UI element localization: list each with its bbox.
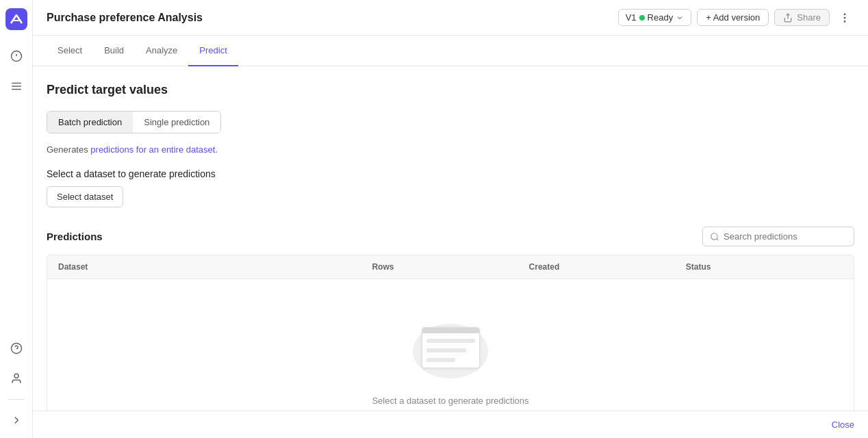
sidebar-icon-user[interactable] (7, 369, 26, 388)
add-version-button[interactable]: + Add version (697, 9, 769, 26)
tab-predict[interactable]: Predict (188, 36, 238, 66)
batch-prediction-tab[interactable]: Batch prediction (47, 112, 133, 133)
bottom-bar: Close (33, 411, 868, 438)
more-icon (839, 12, 851, 24)
svg-rect-0 (5, 8, 27, 30)
predictions-header: Predictions (47, 227, 854, 246)
empty-state: Select a dataset to generate predictions (47, 279, 854, 411)
col-header-created: Created (529, 262, 686, 272)
predictions-table: Dataset Rows Created Status Sel (47, 255, 854, 411)
col-header-rows: Rows (372, 262, 528, 272)
svg-point-9 (14, 374, 18, 378)
prediction-mode-tabs: Batch prediction Single prediction (47, 111, 221, 133)
empty-illustration (409, 320, 492, 382)
svg-point-12 (844, 17, 845, 18)
chevron-down-icon (676, 14, 684, 22)
search-icon (710, 232, 719, 242)
sidebar-icon-help[interactable] (7, 339, 26, 358)
page-content: Predict target values Batch prediction S… (33, 66, 868, 411)
svg-point-13 (844, 21, 845, 22)
svg-line-15 (717, 238, 719, 240)
version-label: V1 (626, 12, 637, 23)
sidebar-icon-menu[interactable] (7, 77, 26, 96)
tab-select[interactable]: Select (47, 36, 93, 66)
status-label: Ready (648, 12, 674, 23)
empty-text: Select a dataset to generate predictions (372, 396, 528, 406)
page-title: Predict target values (47, 83, 854, 97)
select-dataset-label: Select a dataset to generate predictions (47, 168, 854, 179)
col-header-dataset: Dataset (58, 262, 372, 272)
close-button[interactable]: Close (832, 420, 854, 430)
table-header: Dataset Rows Created Status (47, 255, 854, 279)
sidebar-divider (8, 399, 25, 400)
svg-point-11 (844, 14, 845, 15)
col-header-status: Status (686, 262, 843, 272)
tab-analyze[interactable]: Analyze (135, 36, 188, 66)
select-dataset-button[interactable]: Select dataset (47, 186, 123, 207)
main-tabs: Select Build Analyze Predict (33, 36, 868, 66)
sidebar-icon-expand[interactable] (7, 411, 26, 430)
description-link[interactable]: predictions for an entire dataset (90, 144, 215, 155)
sidebar-icon-activity[interactable] (7, 47, 26, 66)
predictions-title: Predictions (47, 231, 702, 242)
single-prediction-tab[interactable]: Single prediction (133, 112, 220, 133)
main-content: Purchase preference Analysis V1 Ready + … (33, 0, 868, 438)
more-options-button[interactable] (835, 8, 854, 27)
share-icon (783, 13, 793, 23)
search-box (702, 227, 854, 246)
version-badge[interactable]: V1 Ready (618, 9, 691, 26)
ready-dot (639, 15, 645, 21)
header-actions: V1 Ready + Add version Share (618, 8, 854, 27)
tab-build[interactable]: Build (93, 36, 135, 66)
app-logo[interactable] (5, 8, 27, 30)
header: Purchase preference Analysis V1 Ready + … (33, 0, 868, 36)
prediction-description: Generates predictions for an entire data… (47, 144, 854, 155)
share-button[interactable]: Share (774, 9, 830, 26)
header-title: Purchase preference Analysis (47, 12, 618, 24)
sidebar (0, 0, 33, 438)
search-input[interactable] (724, 231, 847, 242)
svg-point-14 (711, 233, 717, 239)
